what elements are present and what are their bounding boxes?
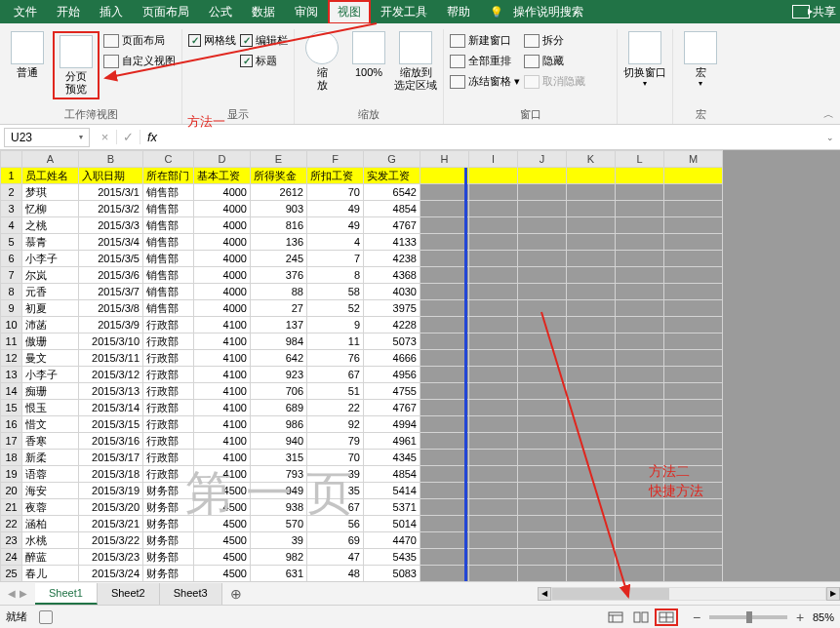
row-header-22[interactable]: 22 bbox=[1, 516, 22, 532]
cell[interactable]: 49 bbox=[307, 201, 364, 217]
cell[interactable]: 4100 bbox=[194, 466, 251, 483]
cell[interactable]: 财务部 bbox=[143, 483, 194, 499]
cell[interactable]: 8 bbox=[307, 267, 364, 284]
cell[interactable]: 2015/3/13 bbox=[79, 383, 143, 400]
cell[interactable]: 2015/3/3 bbox=[79, 217, 143, 234]
cell[interactable]: 706 bbox=[251, 383, 307, 400]
cell[interactable]: 4666 bbox=[364, 350, 420, 367]
cell[interactable]: 315 bbox=[251, 450, 307, 466]
arrange-all-button[interactable]: 全部重排 bbox=[450, 52, 520, 70]
tell-me[interactable]: 操作说明搜索 bbox=[503, 0, 593, 24]
hide-button[interactable]: 隐藏 bbox=[524, 52, 585, 70]
page-break-preview-button[interactable]: 分页 预览 bbox=[53, 31, 100, 99]
cell[interactable]: 27 bbox=[251, 300, 307, 317]
row-header-6[interactable]: 6 bbox=[1, 251, 22, 267]
cell[interactable]: 4500 bbox=[194, 566, 251, 582]
formula-bar-checkbox[interactable]: 编辑栏 bbox=[240, 33, 288, 48]
col-header-G[interactable]: G bbox=[364, 151, 420, 168]
menu-tab-开发工具[interactable]: 开发工具 bbox=[371, 0, 437, 24]
cell[interactable]: 70 bbox=[307, 184, 364, 201]
cell[interactable]: 58 bbox=[307, 284, 364, 300]
menu-tab-页面布局[interactable]: 页面布局 bbox=[133, 0, 199, 24]
cell[interactable]: 2015/3/8 bbox=[79, 300, 143, 317]
cell[interactable]: 4000 bbox=[194, 251, 251, 267]
cell[interactable]: 5073 bbox=[364, 334, 420, 350]
cell[interactable]: 137 bbox=[251, 317, 307, 334]
cell[interactable]: 4030 bbox=[364, 284, 420, 300]
menu-tab-公式[interactable]: 公式 bbox=[199, 0, 242, 24]
cell[interactable]: 醉蓝 bbox=[22, 549, 79, 566]
ribbon-collapse-button[interactable]: ︿ bbox=[823, 107, 834, 122]
cell[interactable]: 903 bbox=[251, 201, 307, 217]
cell[interactable]: 沛菡 bbox=[22, 317, 79, 334]
cell[interactable]: 76 bbox=[307, 350, 364, 367]
cell[interactable]: 小李子 bbox=[22, 251, 79, 267]
cell[interactable]: 4133 bbox=[364, 234, 420, 251]
cell[interactable]: 2015/3/18 bbox=[79, 466, 143, 483]
cell[interactable]: 4100 bbox=[194, 367, 251, 383]
col-header-F[interactable]: F bbox=[307, 151, 364, 168]
row-header-16[interactable]: 16 bbox=[1, 416, 22, 433]
cell[interactable]: 4000 bbox=[194, 284, 251, 300]
cell[interactable]: 小李子 bbox=[22, 367, 79, 383]
cell[interactable]: 2612 bbox=[251, 184, 307, 201]
col-header-H[interactable]: H bbox=[420, 151, 469, 168]
row-header-20[interactable]: 20 bbox=[1, 483, 22, 499]
formula-input[interactable] bbox=[164, 128, 820, 147]
cell[interactable]: 4100 bbox=[194, 383, 251, 400]
page-layout-button[interactable]: 页面布局 bbox=[103, 31, 176, 50]
zoom-in-button[interactable]: + bbox=[793, 609, 807, 625]
cell[interactable]: 4854 bbox=[364, 466, 420, 483]
cell[interactable]: 51 bbox=[307, 383, 364, 400]
cell[interactable]: 4500 bbox=[194, 549, 251, 566]
cell[interactable]: 92 bbox=[307, 416, 364, 433]
cell[interactable]: 香寒 bbox=[22, 433, 79, 450]
row-header-15[interactable]: 15 bbox=[1, 400, 22, 416]
cell[interactable]: 之桃 bbox=[22, 217, 79, 234]
col-header-C[interactable]: C bbox=[143, 151, 194, 168]
cell[interactable]: 销售部 bbox=[143, 251, 194, 267]
cell[interactable]: 4000 bbox=[194, 184, 251, 201]
cell[interactable]: 曼文 bbox=[22, 350, 79, 367]
spreadsheet-area[interactable]: ABCDEFGHIJKLM 1员工姓名入职日期所在部门基本工资所得奖金所扣工资实… bbox=[0, 150, 840, 581]
cell[interactable]: 销售部 bbox=[143, 267, 194, 284]
cell[interactable]: 56 bbox=[307, 516, 364, 532]
formula-bar-expand[interactable]: ⌄ bbox=[820, 133, 840, 142]
custom-views-button[interactable]: 自定义视图 bbox=[103, 52, 176, 70]
cell[interactable]: 2015/3/9 bbox=[79, 317, 143, 334]
cell[interactable]: 4345 bbox=[364, 450, 420, 466]
cell[interactable]: 4500 bbox=[194, 532, 251, 549]
sheet-tab-Sheet3[interactable]: Sheet3 bbox=[160, 583, 222, 605]
row-header-9[interactable]: 9 bbox=[1, 300, 22, 317]
cell[interactable]: 9 bbox=[307, 317, 364, 334]
cell[interactable]: 940 bbox=[251, 433, 307, 450]
cell[interactable]: 982 bbox=[251, 549, 307, 566]
row-header-5[interactable]: 5 bbox=[1, 234, 22, 251]
cancel-button[interactable]: × bbox=[94, 130, 117, 144]
cell[interactable]: 2015/3/20 bbox=[79, 499, 143, 516]
cell[interactable]: 35 bbox=[307, 483, 364, 499]
cell[interactable]: 销售部 bbox=[143, 300, 194, 317]
row-header-2[interactable]: 2 bbox=[1, 184, 22, 201]
cell[interactable]: 忆柳 bbox=[22, 201, 79, 217]
cell[interactable]: 2015/3/2 bbox=[79, 201, 143, 217]
menu-tab-帮助[interactable]: 帮助 bbox=[437, 0, 480, 24]
cell[interactable]: 4854 bbox=[364, 201, 420, 217]
row-header-10[interactable]: 10 bbox=[1, 317, 22, 334]
row-header-8[interactable]: 8 bbox=[1, 284, 22, 300]
header-cell[interactable]: 基本工资 bbox=[194, 168, 251, 184]
cell[interactable]: 2015/3/24 bbox=[79, 566, 143, 582]
cell[interactable]: 4000 bbox=[194, 267, 251, 284]
page-break-status-button[interactable] bbox=[655, 608, 678, 626]
cell[interactable]: 5083 bbox=[364, 566, 420, 582]
normal-view-button[interactable]: 普通 bbox=[6, 31, 49, 79]
cell[interactable]: 行政部 bbox=[143, 433, 194, 450]
cell[interactable]: 4100 bbox=[194, 450, 251, 466]
cell[interactable]: 5014 bbox=[364, 516, 420, 532]
cell[interactable]: 财务部 bbox=[143, 532, 194, 549]
col-header-K[interactable]: K bbox=[567, 151, 616, 168]
cell[interactable]: 2015/3/16 bbox=[79, 433, 143, 450]
cell[interactable]: 行政部 bbox=[143, 466, 194, 483]
cell[interactable]: 财务部 bbox=[143, 499, 194, 516]
cell[interactable]: 行政部 bbox=[143, 350, 194, 367]
